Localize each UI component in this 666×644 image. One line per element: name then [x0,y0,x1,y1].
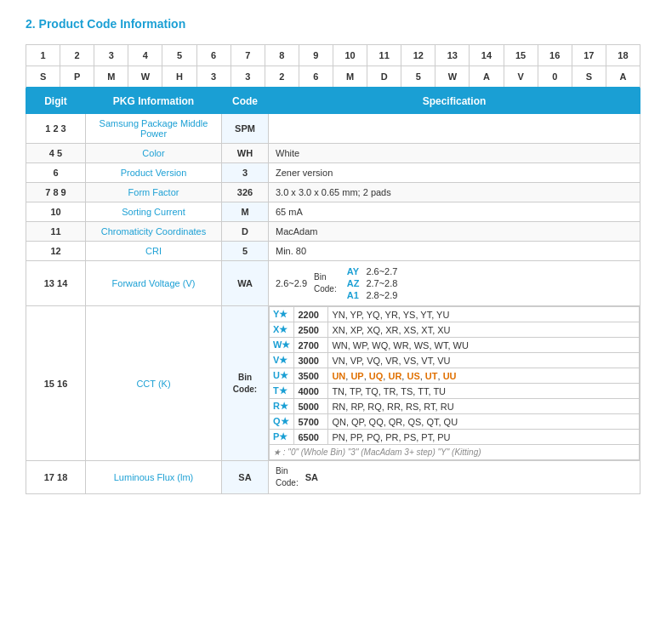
fv-bin-label: Bin Code: [314,271,337,295]
cell-digit: 6 [26,163,86,183]
cct-star: W★ [270,338,294,353]
cell-pkg: Product Version [86,163,222,183]
table-row: 12CRI5Min. 80 [26,242,640,261]
position-num-7: 7 [231,45,265,66]
table-row: 1 2 3Samsung Package Middle PowerSPM [26,114,640,144]
position-val-15: 0 [538,66,572,87]
cell-digit: 10 [26,202,86,222]
fv-bin-name: AZ [344,277,363,289]
cell-spec: 3.0 x 3.0 x 0.65 mm; 2 pads [269,183,640,202]
position-val-17: A [606,66,640,87]
position-val-1: P [60,66,94,87]
cct-star: Q★ [270,414,294,430]
position-val-14: V [504,66,538,87]
cct-star: U★ [270,368,294,384]
position-val-8: 6 [299,66,333,87]
cct-bins: TN, TP, TQ, TR, TS, TT, TU [328,384,640,399]
position-num-18: 18 [606,45,640,66]
cell-spec [269,114,640,144]
cell-spec: White [269,144,640,163]
cct-spec: Y★2200YN, YP, YQ, YR, YS, YT, YUX★2500XN… [269,306,640,461]
cct-digit: 15 16 [26,306,86,461]
fv-row: 13 14Forward Voltage (V)WA2.6~2.9Bin Cod… [26,261,640,306]
product-code-table: Digit PKG Information Code Specification… [26,88,640,494]
cct-bins: QN, QP, QQ, QR, QS, QT, QU [328,414,640,430]
cct-bins: VN, VP, VQ, VR, VS, VT, VU [328,353,640,368]
cct-pkg: CCT (K) [86,306,222,461]
fv-pkg: Forward Voltage (V) [86,261,222,306]
cct-val: 2500 [294,322,328,338]
position-num-5: 5 [162,45,196,66]
cct-entry-row: V★3000VN, VP, VQ, VR, VS, VT, VU [270,353,640,368]
position-num-4: 4 [128,45,162,66]
cct-val: 3000 [294,353,328,368]
position-num-2: 2 [60,45,94,66]
lf-digit: 17 18 [26,461,86,494]
lf-pkg: Luminous Flux (lm) [86,461,222,494]
cell-spec: MacAdam [269,222,640,242]
cct-entry-row: T★4000TN, TP, TQ, TR, TS, TT, TU [270,384,640,399]
cct-row: 15 16CCT (K)Bin Code:Y★2200YN, YP, YQ, Y… [26,306,640,461]
col-code: Code [222,89,269,114]
position-num-8: 8 [265,45,299,66]
fv-bin-name: AY [344,265,363,277]
position-num-13: 13 [435,45,470,66]
cell-pkg: CRI [86,242,222,261]
position-val-9: M [333,66,367,87]
cct-footnote: ★ : "0" (Whole Bin) "3" (MacAdam 3+ step… [270,445,640,460]
fv-bin-name: A1 [344,289,363,301]
cct-val: 5700 [294,414,328,430]
cct-bins: YN, YP, YQ, YR, YS, YT, YU [328,307,640,322]
table-row: 6Product Version3Zener version [26,163,640,183]
cct-star: P★ [270,430,294,445]
cell-digit: 4 5 [26,144,86,163]
lf-bin-value: SA [305,472,318,482]
cell-code: 5 [222,242,269,261]
cct-val: 4000 [294,384,328,399]
position-val-13: A [470,66,504,87]
cct-footnote-row: ★ : "0" (Whole Bin) "3" (MacAdam 3+ step… [270,445,640,460]
fv-spec: 2.6~2.9Bin Code:AY2.6~2.7AZ2.7~2.8A12.8~… [269,261,640,306]
cell-code: M [222,202,269,222]
cct-entry-row: W★2700WN, WP, WQ, WR, WS, WT, WU [270,338,640,353]
fv-bin-range: 2.8~2.9 [362,289,401,301]
position-value-row: SPMWH3326MD5WAV0SA [26,66,640,88]
cct-bins: UN, UP, UQ, UR, US, UT, UU [328,368,640,384]
position-val-0: S [26,66,60,87]
cct-val: 2200 [294,307,328,322]
col-digit: Digit [26,89,86,114]
position-num-11: 11 [367,45,401,66]
cct-bins: WN, WP, WQ, WR, WS, WT, WU [328,338,640,353]
lf-spec: Bin Code:SA [269,461,640,494]
position-val-16: S [572,66,606,87]
cell-spec: Min. 80 [269,242,640,261]
position-num-14: 14 [470,45,504,66]
table-row: 11Chromaticity CoordinatesDMacAdam [26,222,640,242]
cell-pkg: Form Factor [86,183,222,202]
lf-code: SA [222,461,269,494]
table-row: 4 5ColorWHWhite [26,144,640,163]
cct-entry-row: X★2500XN, XP, XQ, XR, XS, XT, XU [270,322,640,338]
cct-val: 3500 [294,368,328,384]
cct-star: V★ [270,353,294,368]
position-num-3: 3 [94,45,128,66]
fv-bin-range: 2.7~2.8 [362,277,401,289]
cell-pkg: Samsung Package Middle Power [86,114,222,144]
position-val-2: M [94,66,128,87]
fv-digit: 13 14 [26,261,86,306]
cct-entry-row: Q★5700QN, QP, QQ, QR, QS, QT, QU [270,414,640,430]
cell-pkg: Chromaticity Coordinates [86,222,222,242]
cell-pkg: Sorting Current [86,202,222,222]
position-val-3: W [128,66,162,87]
table-row: 7 8 9Form Factor3263.0 x 3.0 x 0.65 mm; … [26,183,640,202]
cell-code: WH [222,144,269,163]
table-row: 10Sorting CurrentM65 mA [26,202,640,222]
cct-star: R★ [270,399,294,414]
position-val-11: 5 [401,66,435,87]
cell-digit: 12 [26,242,86,261]
cct-entry-row: U★3500UN, UP, UQ, UR, US, UT, UU [270,368,640,384]
cct-entry-row: Y★2200YN, YP, YQ, YR, YS, YT, YU [270,307,640,322]
cell-spec: Zener version [269,163,640,183]
cct-code-cell: Bin Code: [222,306,269,461]
lf-row: 17 18Luminous Flux (lm)SABin Code:SA [26,461,640,494]
